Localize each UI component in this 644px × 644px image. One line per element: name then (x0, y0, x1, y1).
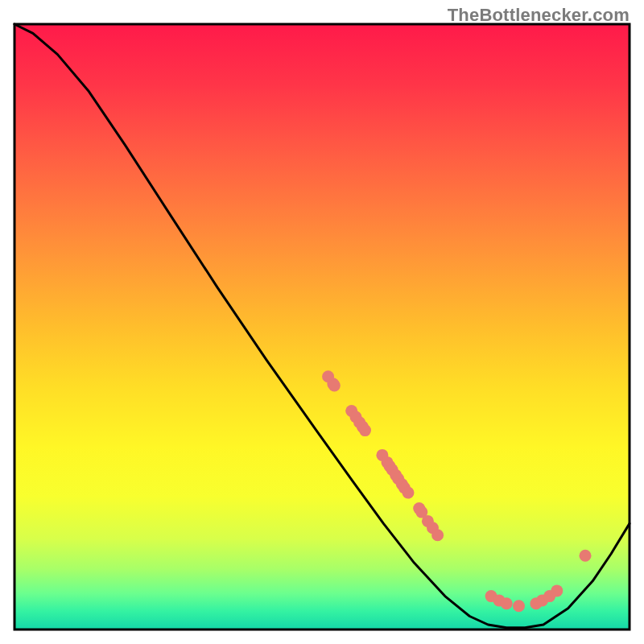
scatter-point (328, 379, 341, 391)
watermark-text: TheBottlenecker.com (448, 5, 630, 26)
scatter-point (513, 600, 525, 612)
scatter-point (501, 597, 513, 609)
bottleneck-chart (0, 0, 644, 644)
chart-container: TheBottlenecker.com (0, 0, 644, 644)
plot-background (14, 24, 630, 630)
scatter-point (431, 529, 444, 541)
scatter-point (359, 424, 371, 436)
scatter-point (402, 487, 415, 499)
scatter-point (551, 584, 563, 597)
scatter-point (580, 550, 592, 562)
